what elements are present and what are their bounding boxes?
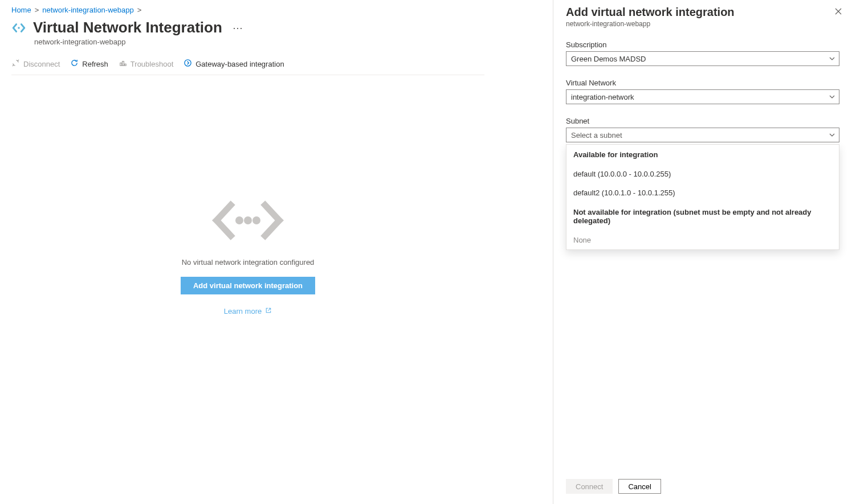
subnet-placeholder: Select a subnet	[571, 131, 622, 140]
subnet-option[interactable]: default2 (10.0.1.0 - 10.0.1.255)	[566, 183, 839, 202]
svg-rect-1	[120, 63, 122, 66]
svg-point-6	[244, 216, 252, 224]
breadcrumb-home[interactable]: Home	[11, 6, 31, 14]
svg-point-5	[235, 216, 243, 224]
troubleshoot-button: Troubleshoot	[119, 59, 173, 69]
page-header: Virtual Network Integration ⋯	[11, 19, 484, 36]
chevron-down-icon	[829, 132, 835, 138]
app-service-icon	[11, 21, 26, 35]
page-subtitle: network-integration-webapp	[34, 38, 484, 46]
svg-rect-3	[124, 64, 126, 65]
subnet-select[interactable]: Select a subnet	[566, 128, 839, 142]
chevron-down-icon	[829, 55, 835, 62]
gateway-integration-button[interactable]: Gateway-based integration	[184, 59, 284, 69]
subnet-option[interactable]: default (10.0.0.0 - 10.0.0.255)	[566, 165, 839, 183]
refresh-label: Refresh	[82, 60, 108, 68]
more-actions-button[interactable]: ⋯	[229, 23, 246, 33]
svg-rect-2	[122, 62, 124, 66]
disconnect-button: Disconnect	[11, 59, 60, 69]
disconnect-label: Disconnect	[23, 60, 60, 68]
vnet-label: Virtual Network	[566, 79, 839, 87]
svg-point-7	[252, 216, 260, 224]
refresh-icon	[70, 59, 79, 69]
learn-more-label: Learn more	[224, 307, 262, 315]
subscription-field: Subscription Green Demos MADSD	[566, 40, 839, 66]
panel-body: Subscription Green Demos MADSD Virtual N…	[553, 30, 852, 471]
page-title: Virtual Network Integration	[33, 19, 222, 36]
breadcrumb-separator: >	[137, 6, 142, 14]
panel-title: Add virtual network integration	[566, 6, 839, 19]
add-vnet-panel: Add virtual network integration network-…	[553, 0, 852, 504]
learn-more-link[interactable]: Learn more	[224, 307, 272, 315]
chevron-down-icon	[829, 93, 835, 100]
panel-footer: Connect Cancel	[553, 471, 852, 504]
subnet-unavailable-header: Not available for integration (subnet mu…	[566, 202, 839, 231]
connect-button: Connect	[566, 479, 613, 494]
external-link-icon	[265, 307, 272, 315]
disconnect-icon	[11, 59, 20, 69]
vnet-value: integration-network	[571, 93, 634, 101]
subscription-value: Green Demos MADSD	[571, 55, 646, 63]
main-content: Home > network-integration-webapp > Virt…	[0, 0, 496, 315]
troubleshoot-label: Troubleshoot	[131, 60, 173, 68]
add-vnet-integration-button[interactable]: Add virtual network integration	[181, 277, 315, 294]
breadcrumb-separator: >	[35, 6, 39, 14]
panel-subtitle: network-integration-webapp	[566, 20, 839, 28]
subnet-label: Subnet	[566, 117, 839, 125]
gateway-label: Gateway-based integration	[195, 60, 284, 68]
subscription-label: Subscription	[566, 40, 839, 49]
subnet-none: None	[566, 231, 839, 249]
svg-point-0	[18, 27, 19, 28]
refresh-button[interactable]: Refresh	[70, 59, 108, 69]
troubleshoot-icon	[119, 59, 127, 69]
vnet-select[interactable]: integration-network	[566, 89, 839, 104]
close-panel-button[interactable]	[834, 7, 843, 16]
subnet-dropdown: Available for integration default (10.0.…	[566, 144, 839, 250]
breadcrumb-resource[interactable]: network-integration-webapp	[42, 6, 133, 14]
empty-state: No virtual network integration configure…	[11, 195, 484, 315]
breadcrumb: Home > network-integration-webapp >	[11, 6, 484, 14]
app-service-large-icon	[205, 195, 291, 248]
toolbar: Disconnect Refresh Troubleshoot	[11, 54, 484, 75]
cancel-button[interactable]: Cancel	[618, 479, 661, 494]
subnet-available-header: Available for integration	[566, 145, 839, 165]
vnet-field: Virtual Network integration-network	[566, 79, 839, 104]
empty-message: No virtual network integration configure…	[182, 258, 315, 267]
svg-point-4	[185, 60, 191, 66]
arrow-right-circle-icon	[184, 59, 192, 69]
panel-header: Add virtual network integration network-…	[553, 0, 852, 30]
subnet-field: Subnet Select a subnet Available for int…	[566, 117, 839, 142]
subscription-select[interactable]: Green Demos MADSD	[566, 51, 839, 66]
